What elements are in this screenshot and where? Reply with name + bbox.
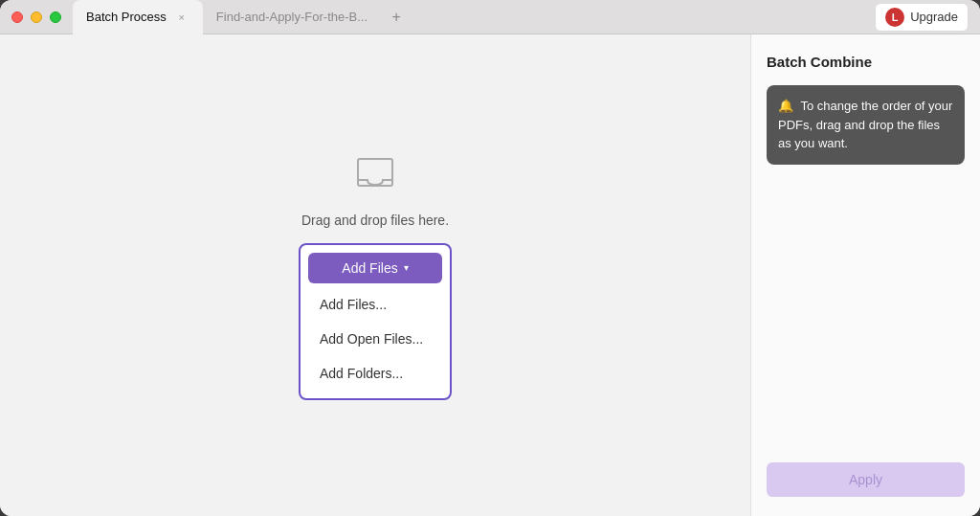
- app-window: Batch Process × Find-and-Apply-For-the-B…: [0, 0, 980, 516]
- tab-batch-process[interactable]: Batch Process ×: [73, 0, 203, 34]
- info-box: 🔔 To change the order of your PDFs, drag…: [767, 85, 965, 165]
- tab-find-apply[interactable]: Find-and-Apply-For-the-B...: [203, 0, 381, 34]
- add-files-button[interactable]: Add Files ▾: [308, 253, 442, 283]
- avatar: L: [885, 8, 904, 27]
- dropdown-item-add-open-files[interactable]: Add Open Files...: [301, 322, 450, 356]
- tab-add-button[interactable]: +: [385, 6, 408, 29]
- main-content: Drag and drop files here. Add Files ▾ Ad…: [0, 34, 980, 516]
- upgrade-label: Upgrade: [910, 10, 958, 24]
- inbox-icon: [352, 151, 398, 197]
- drop-zone: Drag and drop files here. Add Files ▾ Ad…: [299, 151, 452, 400]
- maximize-button[interactable]: [50, 11, 61, 23]
- titlebar: Batch Process × Find-and-Apply-For-the-B…: [0, 0, 980, 34]
- traffic-lights: [11, 11, 61, 23]
- dropdown-wrapper: Add Files ▾ Add Files... Add Open Files.…: [299, 243, 452, 400]
- dropdown-item-add-files[interactable]: Add Files...: [301, 287, 450, 322]
- upgrade-button[interactable]: L Upgrade: [875, 3, 969, 32]
- dropdown-item-add-folders[interactable]: Add Folders...: [301, 356, 450, 391]
- tab-close-icon[interactable]: ×: [174, 10, 189, 25]
- bell-icon: 🔔: [778, 99, 793, 113]
- close-button[interactable]: [11, 11, 23, 23]
- tab-inactive-label: Find-and-Apply-For-the-B...: [216, 10, 368, 24]
- panel-title: Batch Combine: [767, 54, 965, 70]
- chevron-down-icon: ▾: [404, 262, 409, 273]
- tab-bar: Batch Process × Find-and-Apply-For-the-B…: [73, 0, 875, 34]
- info-text: To change the order of your PDFs, drag a…: [778, 99, 952, 150]
- right-panel-footer: Apply: [767, 462, 965, 497]
- add-files-container: Add Files ▾ Add Files... Add Open Files.…: [299, 243, 452, 400]
- add-files-label: Add Files: [342, 260, 397, 276]
- apply-button[interactable]: Apply: [767, 462, 965, 497]
- right-panel: Batch Combine 🔔 To change the order of y…: [750, 34, 980, 516]
- svg-rect-0: [358, 159, 392, 186]
- left-panel: Drag and drop files here. Add Files ▾ Ad…: [0, 34, 750, 516]
- tab-active-label: Batch Process: [86, 10, 167, 24]
- drop-text: Drag and drop files here.: [301, 213, 449, 228]
- minimize-button[interactable]: [31, 11, 42, 23]
